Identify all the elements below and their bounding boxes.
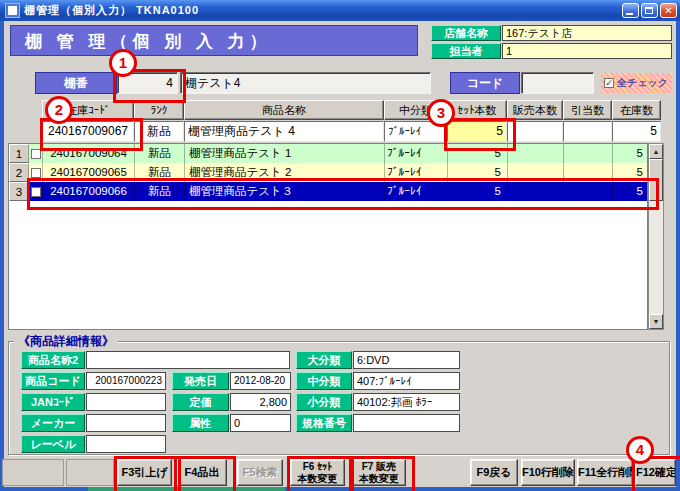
annotation-marker-4: 4 [626,436,654,464]
annotation-marker-1: 1 [109,49,137,77]
vertical-scrollbar[interactable]: ▲ ▼ [648,143,664,330]
annotation-marker-2: 2 [45,96,73,124]
row-name: 棚管理商品テスト 1 [185,144,385,163]
maximize-button[interactable] [641,3,658,18]
row-mid-class: ﾌﾞﾙｰﾚｲ [385,182,448,201]
scroll-down-button[interactable]: ▼ [649,314,663,329]
close-button[interactable]: ✕ [660,3,677,18]
entry-sell-qty-field[interactable] [507,121,563,142]
standard-no-field[interactable] [353,414,460,432]
fkey-blank-1 [2,459,64,486]
standard-no-label: 規格番号 [296,414,352,432]
minimize-button[interactable] [622,3,639,18]
page-title: 棚 管 理（個 別 入 力） [10,25,418,56]
record-label-field[interactable] [86,435,166,453]
window-border [676,21,680,491]
table-row[interactable]: 2 240167009065 新品 棚管理商品テスト 2 ﾌﾞﾙｰﾚｲ 5 5 [9,163,647,183]
large-class-field[interactable]: 6:DVD [353,351,460,369]
row-rank: 新品 [135,144,185,163]
col-header-sell-qty: 販売本数 [507,100,563,120]
scrollbar-thumb[interactable] [649,159,663,201]
f6-set-qty-change-button[interactable]: F6 ｾｯﾄ 本数変更 [290,459,345,486]
row-mid-class: ﾌﾞﾙｰﾚｲ [385,144,448,163]
row-sell-qty [508,182,564,201]
items-grid: 1 240167009064 新品 棚管理商品テスト 1 ﾌﾞﾙｰﾚｲ 5 5 … [8,143,648,330]
f7-label-line1: F7 販売 [353,461,405,473]
app-icon [5,3,20,18]
entry-stock-code-field[interactable]: 240167009067 [42,121,134,142]
f5-search-button: F5検索 [237,459,283,486]
entry-rank-field: 新品 [134,121,184,142]
row-checkbox[interactable] [31,168,41,178]
f7-sell-qty-change-button[interactable]: F7 販売 本数変更 [352,459,406,486]
f4-putout-button[interactable]: F4品出 [177,459,227,486]
f3-pickup-button[interactable]: F3引上げ [117,459,172,486]
window-title: 棚管理（個別入力） TKNA0100 [24,3,622,18]
product-code-field[interactable]: 200167000223 [86,372,166,390]
app-window: 棚管理（個別入力） TKNA0100 ✕ 棚 管 理（個 別 入 力） 店舗名称… [0,0,680,491]
entry-allot-qty-field[interactable] [563,121,612,142]
row-rank: 新品 [135,163,185,182]
col-header-set-qty: ｾｯﾄ本数 [447,100,507,120]
product-code-label: 商品コード [21,372,85,390]
window-border [0,21,4,491]
f10-delete-row-button[interactable]: F10行削除 [521,459,575,486]
col-header-rank: ﾗﾝｸ [134,100,184,120]
row-allot-qty [564,163,613,182]
f11-delete-all-rows-button[interactable]: F11全行削除 [577,459,633,486]
row-set-qty: 5 [448,144,508,163]
all-check-checkbox[interactable]: ✓ [604,78,614,88]
record-label-label: レーベル [21,435,85,453]
jan-code-label: JANｺｰﾄﾞ [21,393,85,411]
row-name: 棚管理商品テスト 2 [185,163,385,182]
small-class-field[interactable]: 40102:邦画 ﾎﾗｰ [353,393,460,411]
code-label: コード [450,72,520,94]
price-field[interactable]: 2,800 [230,393,291,411]
entry-set-qty-field[interactable]: 5 [447,121,507,142]
maker-field[interactable] [86,414,166,432]
row-checkbox[interactable] [31,187,41,197]
attribute-field[interactable]: 0 [230,414,291,432]
row-mid-class: ﾌﾞﾙｰﾚｲ [385,163,448,182]
jan-code-field[interactable] [86,393,166,411]
table-row-selected[interactable]: 3 240167009066 新品 棚管理商品テスト３ ﾌﾞﾙｰﾚｲ 5 5 [9,182,647,201]
table-row[interactable]: 1 240167009064 新品 棚管理商品テスト 1 ﾌﾞﾙｰﾚｲ 5 5 [9,144,647,164]
arrow-up-icon: ▲ [653,148,660,155]
row-sell-qty [508,163,564,182]
entry-name-field: 棚管理商品テスト 4 [184,121,384,142]
row-stock-qty: 5 [613,144,647,163]
store-name-label: 店舗名称 [431,25,501,41]
small-class-label: 小分類 [296,393,352,411]
f6-label-line1: F6 ｾｯﾄ [291,461,344,473]
col-header-stock-qty: 在庫数 [612,100,661,120]
row-stock-code: 240167009064 [43,144,135,163]
row-checkbox[interactable] [31,149,41,159]
row-stock-qty: 5 [613,182,647,201]
maximize-icon [645,7,653,14]
product-name2-field[interactable] [86,351,290,369]
large-class-label: 大分類 [296,351,352,369]
release-date-field[interactable]: 2012-08-20 [230,372,291,390]
all-check-group: ✓ 全チェック [601,73,672,93]
staff-value: 1 [502,43,672,59]
release-date-label: 発売日 [172,372,229,390]
product-name2-label: 商品名称2 [21,351,85,369]
titlebar[interactable]: 棚管理（個別入力） TKNA0100 ✕ [0,0,680,21]
price-label: 定価 [172,393,229,411]
row-stock-qty: 5 [613,163,647,182]
row-allot-qty [564,182,613,201]
maker-label: メーカー [21,414,85,432]
code-input[interactable] [521,72,594,94]
col-header-allot-qty: 引当数 [563,100,612,120]
all-check-label: 全チェック [617,76,668,90]
row-number: 1 [9,144,29,163]
scroll-up-button[interactable]: ▲ [649,144,663,159]
mid-class-label: 中分類 [296,372,352,390]
mid-class-field[interactable]: 407:ﾌﾞﾙｰﾚｲ [353,372,460,390]
attribute-label: 属性 [172,414,229,432]
f9-back-button[interactable]: F9戻る [470,459,518,486]
row-allot-qty [564,144,613,163]
row-set-qty: 5 [448,182,508,201]
row-name: 棚管理商品テスト３ [185,182,385,201]
col-header-name: 商品名称 [184,100,384,120]
